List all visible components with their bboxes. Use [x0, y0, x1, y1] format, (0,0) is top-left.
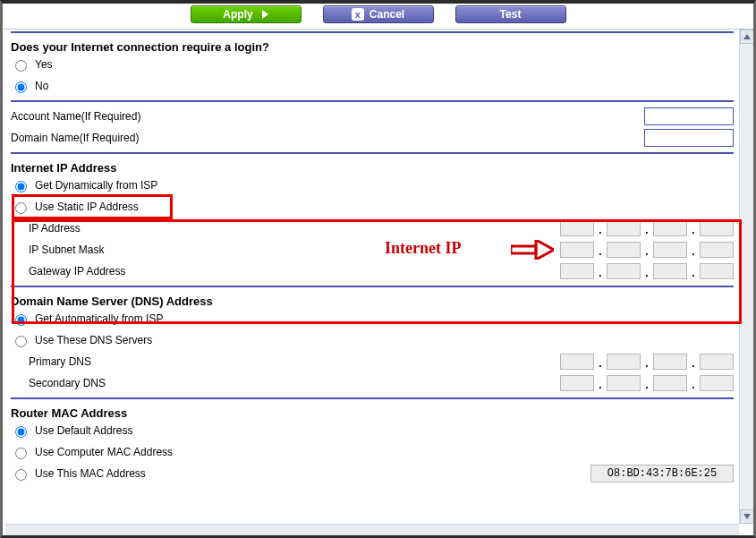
gateway-row: Gateway IP Address . . . [11, 260, 734, 282]
dns-auto-row[interactable]: Get Automatically from ISP [11, 308, 734, 329]
primary-dns-octet-0[interactable] [560, 354, 594, 370]
ip-static-radio[interactable] [15, 202, 27, 214]
ip-static-label: Use Static IP Address [35, 201, 139, 213]
login-no-label: No [35, 80, 48, 92]
scroll-area: Does your Internet connection require a … [3, 29, 753, 535]
form-content: Does your Internet connection require a … [5, 30, 739, 524]
mac-this-label: Use This MAC Address [35, 467, 146, 480]
mac-computer-label: Use Computer MAC Address [35, 446, 173, 458]
login-yes-label: Yes [35, 58, 53, 71]
divider [11, 397, 734, 399]
subnet-octet-1[interactable] [607, 242, 641, 258]
scroll-down-button[interactable] [740, 509, 753, 524]
domain-name-row: Domain Name(If Required) [11, 127, 734, 149]
chevron-down-icon [743, 514, 751, 519]
login-no-radio[interactable] [15, 81, 27, 93]
test-label: Test [500, 8, 522, 21]
domain-name-label: Domain Name(If Required) [11, 132, 139, 144]
mac-default-label: Use Default Address [35, 424, 132, 437]
mac-this-row[interactable]: Use This MAC Address [11, 463, 734, 484]
mac-address-input[interactable] [590, 465, 734, 482]
secondary-dns-octet-2[interactable] [653, 375, 687, 391]
account-name-row: Account Name(If Required) [11, 106, 734, 127]
primary-dns-octet-2[interactable] [653, 354, 687, 370]
ip-address-label: IP Address [29, 222, 81, 235]
divider [11, 286, 734, 287]
gateway-octet-2[interactable] [653, 263, 687, 279]
primary-dns-label: Primary DNS [29, 355, 91, 368]
login-yes-radio[interactable] [15, 60, 27, 72]
ip-dynamic-row[interactable]: Get Dynamically from ISP [11, 175, 734, 196]
gateway-octet-1[interactable] [607, 263, 641, 279]
login-yes-row[interactable]: Yes [11, 54, 734, 75]
test-button[interactable]: Test [455, 5, 566, 23]
ip-static-row[interactable]: Use Static IP Address [11, 196, 734, 218]
ip-dynamic-radio[interactable] [15, 181, 27, 192]
mac-default-radio[interactable] [15, 426, 27, 438]
subnet-row: IP Subnet Mask . . . [11, 239, 734, 260]
divider [11, 31, 734, 33]
secondary-dns-octet-1[interactable] [607, 375, 641, 391]
primary-dns-group: . . . [560, 354, 734, 370]
mac-this-radio[interactable] [15, 469, 27, 481]
divider [11, 100, 734, 102]
subnet-octet-3[interactable] [700, 242, 734, 258]
subnet-label: IP Subnet Mask [29, 243, 105, 256]
gateway-label: Gateway IP Address [29, 265, 126, 278]
login-question: Does your Internet connection require a … [11, 40, 734, 54]
chevron-up-icon [743, 34, 751, 39]
ip-section-title: Internet IP Address [11, 161, 734, 175]
ip-address-octet-3[interactable] [700, 220, 734, 236]
secondary-dns-group: . . . [560, 375, 734, 391]
secondary-dns-row: Secondary DNS . . . [11, 372, 734, 394]
login-no-row[interactable]: No [11, 75, 734, 97]
cancel-label: Cancel [370, 8, 404, 21]
horizontal-scrollbar[interactable] [5, 524, 739, 535]
gateway-octet-0[interactable] [560, 263, 594, 279]
account-name-input[interactable] [644, 107, 734, 125]
action-bar: Apply x Cancel Test [3, 4, 753, 29]
ip-address-octet-0[interactable] [560, 220, 594, 236]
subnet-octet-0[interactable] [560, 242, 594, 258]
dns-auto-radio[interactable] [15, 314, 27, 326]
domain-name-input[interactable] [644, 129, 734, 147]
mac-section-title: Router MAC Address [11, 406, 734, 420]
subnet-group: . . . [560, 242, 734, 258]
gateway-octet-3[interactable] [700, 263, 734, 279]
cancel-button[interactable]: x Cancel [323, 5, 434, 23]
secondary-dns-octet-0[interactable] [560, 375, 594, 391]
app-window: Apply x Cancel Test Does your Internet c… [0, 0, 756, 538]
secondary-dns-octet-3[interactable] [700, 375, 734, 391]
divider [11, 152, 734, 154]
subnet-octet-2[interactable] [653, 242, 687, 258]
secondary-dns-label: Secondary DNS [29, 377, 106, 389]
mac-computer-row[interactable]: Use Computer MAC Address [11, 441, 734, 463]
ip-address-group: . . . [560, 220, 734, 236]
cancel-x-icon: x [352, 8, 364, 21]
dns-auto-label: Get Automatically from ISP [35, 312, 163, 325]
gateway-group: . . . [560, 263, 734, 279]
ip-address-octet-1[interactable] [607, 220, 641, 236]
apply-button[interactable]: Apply [191, 5, 302, 23]
mac-computer-radio[interactable] [15, 448, 27, 459]
dns-manual-radio[interactable] [15, 336, 27, 347]
scroll-up-button[interactable] [740, 30, 753, 44]
account-name-label: Account Name(If Required) [11, 110, 140, 123]
dns-manual-label: Use These DNS Servers [35, 334, 152, 346]
ip-address-row: IP Address . . . [11, 218, 734, 239]
dns-section-title: Domain Name Server (DNS) Address [11, 295, 734, 308]
primary-dns-row: Primary DNS . . . [11, 351, 734, 372]
apply-label: Apply [223, 8, 252, 21]
vertical-scrollbar[interactable] [739, 30, 753, 524]
primary-dns-octet-1[interactable] [607, 354, 641, 370]
primary-dns-octet-3[interactable] [700, 354, 734, 370]
apply-arrow-icon [262, 10, 268, 19]
mac-default-row[interactable]: Use Default Address [11, 420, 734, 441]
dns-manual-row[interactable]: Use These DNS Servers [11, 329, 734, 351]
ip-dynamic-label: Get Dynamically from ISP [35, 179, 157, 192]
ip-address-octet-2[interactable] [653, 220, 687, 236]
